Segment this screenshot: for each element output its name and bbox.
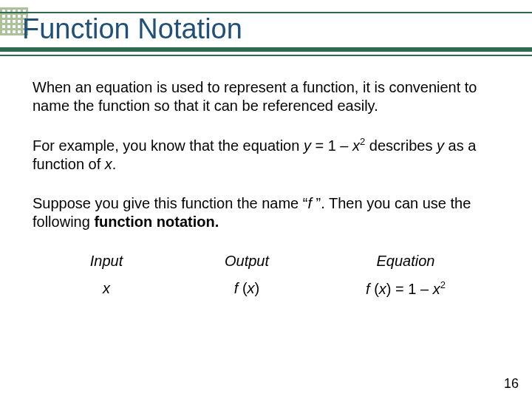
slide-title: Function Notation	[22, 13, 242, 45]
paragraph-suppose: Suppose you give this function the name …	[33, 194, 499, 231]
paragraph-example: For example, you know that the equation …	[33, 136, 499, 174]
text-run: = 1 –	[311, 137, 352, 154]
var-x: x	[248, 280, 255, 296]
col-val-input: x	[40, 279, 173, 299]
slide-header: Function Notation	[0, 0, 532, 56]
var-x: x	[379, 280, 386, 296]
var-y: y	[304, 137, 311, 154]
var-x: x	[105, 156, 112, 172]
page-number: 16	[504, 376, 519, 392]
text-run: Suppose you give this function the name …	[33, 195, 307, 211]
var-y: y	[437, 137, 444, 154]
slide-body: When an equation is used to represent a …	[0, 56, 532, 298]
header-thin-rule-bottom	[0, 55, 532, 56]
col-head-input: Input	[40, 252, 173, 270]
col-val-output: f (x)	[173, 279, 321, 299]
notation-columns-values: x f (x) f (x) = 1 – x2	[33, 279, 499, 299]
col-head-equation: Equation	[321, 252, 491, 270]
col-head-output: Output	[173, 252, 321, 270]
text-run: (	[238, 280, 247, 296]
text-run: describes	[365, 137, 437, 154]
var-x: x	[352, 137, 360, 154]
text-run: (	[370, 280, 379, 296]
text-run: .	[112, 156, 117, 172]
header-thick-rule	[0, 47, 532, 52]
var-x: x	[433, 280, 440, 296]
paragraph-intro: When an equation is used to represent a …	[33, 78, 499, 115]
bold-term: function notation.	[94, 214, 219, 230]
exponent: 2	[440, 279, 446, 290]
text-run: ) = 1 –	[386, 280, 433, 296]
notation-columns-header: Input Output Equation	[33, 252, 499, 275]
text-run: For example, you know that the equation	[33, 137, 304, 154]
text-run: )	[255, 280, 260, 296]
col-val-equation: f (x) = 1 – x2	[321, 279, 491, 299]
